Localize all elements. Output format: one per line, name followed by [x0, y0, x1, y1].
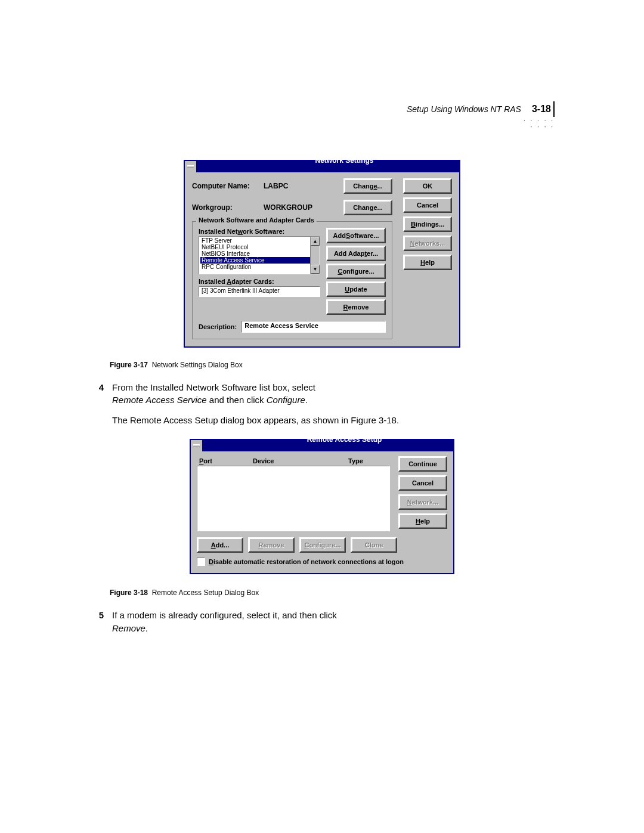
add-button[interactable]: Add...	[197, 537, 243, 553]
computer-name-label: Computer Name:	[192, 182, 264, 190]
list-headers: Port Device Type	[197, 456, 390, 466]
change-workgroup-button[interactable]: Change...	[343, 200, 392, 215]
description-label: Description:	[199, 323, 237, 330]
dialog-titlebar: Network Settings	[185, 161, 459, 172]
dialog-title: Remote Access Setup	[236, 435, 453, 444]
computer-name-value: LABPC	[264, 182, 343, 190]
change-computer-name-button[interactable]: Change...	[343, 178, 392, 194]
bindings-button[interactable]: Bindings...	[403, 216, 452, 232]
figure-caption: Figure 3-17 Network Settings Dialog Box	[110, 361, 566, 369]
page-number: 3-18	[532, 101, 555, 117]
system-menu-icon[interactable]	[191, 440, 203, 451]
groupbox-title: Network Software and Adapter Cards	[196, 216, 317, 224]
installed-software-listbox[interactable]: FTP Server NetBEUI Protocol NetBIOS Inte…	[199, 236, 320, 274]
running-title: Setup Using Windows NT RAS	[407, 104, 521, 114]
configure-button[interactable]: Configure...	[326, 264, 386, 279]
step-4: 4 From the Installed Network Software li…	[95, 381, 566, 407]
software-adapter-groupbox: Network Software and Adapter Cards Insta…	[192, 221, 392, 339]
add-adapter-button[interactable]: Add Adapter...	[326, 246, 386, 261]
cancel-button[interactable]: Cancel	[398, 475, 447, 491]
help-button[interactable]: Help	[403, 255, 452, 270]
network-button: Network...	[398, 494, 447, 510]
network-settings-dialog: Network Settings Computer Name: LABPC Ch…	[184, 160, 460, 348]
cancel-button[interactable]: Cancel	[403, 197, 452, 213]
dialog-titlebar: Remote Access Setup	[191, 440, 453, 451]
step-5: 5 If a modem is already configured, sele…	[95, 609, 566, 635]
step-number: 5	[95, 609, 104, 635]
disable-auto-restore-label: Disable automatic restoration of network…	[209, 558, 404, 565]
remove-button: Remove	[248, 537, 295, 553]
clone-button: Clone	[351, 537, 397, 553]
list-item[interactable]: NetBIOS Interface	[200, 250, 318, 257]
description-value: Remote Access Service	[242, 321, 386, 333]
ras-device-listbox[interactable]	[197, 466, 390, 531]
header-ornament-dots: · · · · · · · · ·	[519, 117, 555, 130]
installed-adapters-listbox[interactable]: [3] 3Com Etherlink III Adapter	[199, 286, 320, 297]
update-button[interactable]: Update	[326, 281, 386, 297]
remote-access-setup-dialog: Remote Access Setup Port Device Type Con…	[190, 439, 454, 574]
remove-button[interactable]: Remove	[326, 299, 386, 315]
add-software-button[interactable]: Add Software...	[326, 228, 386, 243]
scroll-up-icon[interactable]: ▲	[311, 237, 320, 246]
networks-button: Networks...	[403, 236, 452, 251]
workgroup-value: WORKGROUP	[264, 203, 343, 212]
help-button[interactable]: Help	[398, 513, 447, 529]
list-item[interactable]: FTP Server	[200, 237, 318, 244]
list-item[interactable]: RPC Configuration	[200, 264, 318, 270]
installed-adapters-label: Installed Adapter Cards:	[199, 278, 320, 285]
workgroup-label: Workgroup:	[192, 203, 264, 212]
step-number: 4	[95, 381, 104, 407]
system-menu-icon[interactable]	[185, 161, 197, 172]
scrollbar[interactable]: ▲ ▼	[310, 237, 320, 274]
list-item[interactable]: [3] 3Com Etherlink III Adapter	[200, 287, 318, 294]
list-item-selected[interactable]: Remote Access Service	[200, 257, 318, 264]
dialog-title: Network Settings	[230, 156, 459, 165]
body-paragraph: The Remote Access Setup dialog box appea…	[112, 414, 566, 427]
installed-software-label: Installed Network Software:	[199, 228, 320, 235]
scroll-down-icon[interactable]: ▼	[311, 265, 320, 274]
figure-caption: Figure 3-18 Remote Access Setup Dialog B…	[110, 589, 566, 597]
continue-button[interactable]: Continue	[398, 456, 447, 472]
disable-auto-restore-checkbox[interactable]	[197, 558, 205, 566]
configure-button: Configure...	[299, 537, 346, 553]
page-header: Setup Using Windows NT RAS 3-18	[78, 101, 566, 117]
list-item[interactable]: NetBEUI Protocol	[200, 244, 318, 250]
ok-button[interactable]: OK	[403, 178, 452, 194]
